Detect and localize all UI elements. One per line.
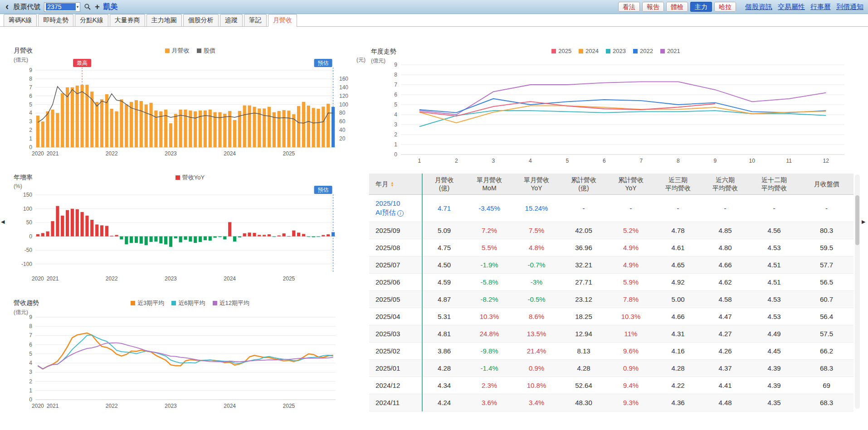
table-row-2025/07[interactable]: 2025/074.50-1.9%-0.7%32.214.9%4.654.664.… xyxy=(369,256,853,274)
cell-value: -3.45% xyxy=(466,195,513,222)
stock-code-input[interactable]: 2375 ▾ xyxy=(44,2,80,12)
cell-value: 4.62 xyxy=(702,274,749,291)
cell-value: 4.26 xyxy=(702,343,749,360)
tab-追蹤[interactable]: 追蹤 xyxy=(220,14,243,26)
cell-value: 4.9% xyxy=(607,256,654,274)
cell-value: 4.92 xyxy=(654,274,702,291)
table-row-2025/05[interactable]: 2025/054.87-8.2%-0.5%23.127.8%5.004.584.… xyxy=(369,291,853,308)
column-header-年月[interactable]: 年月▲▼ xyxy=(369,174,422,195)
table-row-2025/06[interactable]: 2025/064.59-5.8%-3%27.715.9%4.924.624.51… xyxy=(369,274,853,291)
cell-value: 4.45 xyxy=(749,343,800,360)
svg-text:0: 0 xyxy=(29,396,32,403)
table-scrollbar[interactable] xyxy=(855,174,860,409)
cell-value: 57.5 xyxy=(800,325,853,343)
company-name-link[interactable]: 凱美 xyxy=(103,2,118,12)
legend-item[interactable]: 近3期平均 xyxy=(131,300,164,306)
table-row-2025/01[interactable]: 2025/014.28-1.4%0.9%4.280.9%4.284.374.39… xyxy=(369,360,853,377)
cell-year-month: 2024/12 xyxy=(369,377,422,394)
add-icon[interactable]: + xyxy=(95,3,100,11)
right-column: 年度走勢 20252024202320222021 (億元) 012345678… xyxy=(369,27,863,419)
legend-item[interactable]: 近12期平均 xyxy=(213,300,249,306)
topbar: ‹ 股票代號 2375 ▾ + 凱美 看法報告體檢主力哈拉 個股資訊交易屬性行事… xyxy=(0,0,868,14)
table-row-2025/02[interactable]: 2025/023.86-9.8%21.4%8.139.6%4.164.264.4… xyxy=(369,343,853,360)
table-scrollbar-thumb[interactable] xyxy=(855,195,859,245)
cell-value: 4.28 xyxy=(422,360,466,377)
topbar-link-到價通知[interactable]: 到價通知 xyxy=(836,3,863,10)
cell-value: 5.00 xyxy=(654,291,702,308)
svg-text:預估: 預估 xyxy=(318,187,329,193)
table-row-2024/11[interactable]: 2024/114.243.6%3.4%48.309.3%4.364.484.35… xyxy=(369,394,853,411)
svg-text:150: 150 xyxy=(23,192,32,198)
cell-value: -9.8% xyxy=(466,343,513,360)
legend-item[interactable]: 營收YoY xyxy=(176,174,205,181)
cell-value: 4.36 xyxy=(654,394,702,411)
table-row-2024/12[interactable]: 2024/124.342.3%10.8%52.649.4%4.224.414.3… xyxy=(369,377,853,394)
topbar-button-看法[interactable]: 看法 xyxy=(618,2,640,12)
info-icon[interactable]: i xyxy=(397,210,404,217)
tab-分點K線[interactable]: 分點K線 xyxy=(75,14,108,26)
topbar-button-體檢[interactable]: 體檢 xyxy=(666,2,688,12)
cell-value: 4.51 xyxy=(749,256,800,274)
tab-大量券商[interactable]: 大量券商 xyxy=(110,14,145,26)
search-icon[interactable] xyxy=(84,3,91,10)
svg-text:2023: 2023 xyxy=(165,403,177,409)
tab-個股分析[interactable]: 個股分析 xyxy=(183,14,219,26)
collapse-left-handle[interactable]: ◀ xyxy=(1,219,5,224)
svg-text:8: 8 xyxy=(677,158,680,164)
cell-value: 3.4% xyxy=(513,394,560,411)
svg-text:1: 1 xyxy=(29,387,32,394)
tab-月營收[interactable]: 月營收 xyxy=(268,14,297,27)
legend-item[interactable]: 2023 xyxy=(606,48,626,54)
legend-item[interactable]: 2022 xyxy=(633,48,653,54)
cell-year-month: 2025/02 xyxy=(369,343,422,360)
sort-icon[interactable]: ▲▼ xyxy=(390,182,394,187)
table-row-2025/08[interactable]: 2025/084.755.5%4.8%36.964.9%4.614.804.53… xyxy=(369,239,853,256)
svg-text:80: 80 xyxy=(339,110,346,116)
svg-text:3: 3 xyxy=(29,369,32,375)
topbar-button-哈拉[interactable]: 哈拉 xyxy=(714,2,736,12)
cell-year-month: 2025/09 xyxy=(369,222,422,239)
cell-value: - xyxy=(560,195,607,222)
legend-item[interactable]: 股價 xyxy=(197,47,215,54)
cell-value: 9.6% xyxy=(607,343,654,360)
table-row-2025/03[interactable]: 2025/034.8124.8%13.5%12.9411%4.314.274.4… xyxy=(369,325,853,343)
legend-item[interactable]: 2024 xyxy=(579,48,599,54)
table-row-2025/10[interactable]: 2025/10AI預估i4.71-3.45%15.24%------ xyxy=(369,195,853,222)
svg-text:7: 7 xyxy=(29,84,32,91)
svg-text:2: 2 xyxy=(29,378,32,385)
cell-value: 42.05 xyxy=(560,222,607,239)
legend-swatch xyxy=(579,49,583,53)
cell-value: -0.5% xyxy=(513,291,560,308)
topbar-link-交易屬性[interactable]: 交易屬性 xyxy=(778,3,805,10)
dropdown-caret-icon[interactable]: ▾ xyxy=(77,5,79,9)
cell-value: -1.9% xyxy=(466,256,513,274)
tab-筆記[interactable]: 筆記 xyxy=(244,14,267,26)
legend-item[interactable]: 2025 xyxy=(551,48,571,54)
legend-swatch xyxy=(213,301,217,305)
tab-主力地圖[interactable]: 主力地圖 xyxy=(146,14,182,26)
column-header-月營收: 月營收(億) xyxy=(422,174,466,195)
topbar-link-行事曆[interactable]: 行事曆 xyxy=(810,3,831,10)
svg-text:6: 6 xyxy=(603,158,606,164)
tab-即時走勢[interactable]: 即時走勢 xyxy=(38,14,73,26)
svg-text:5: 5 xyxy=(566,158,569,164)
topbar-buttons: 看法報告體檢主力哈拉 xyxy=(616,3,736,11)
topbar-button-報告[interactable]: 報告 xyxy=(642,2,664,12)
back-icon[interactable]: ‹ xyxy=(5,2,10,12)
cell-value: 4.28 xyxy=(560,360,607,377)
legend-item[interactable]: 2021 xyxy=(660,48,680,54)
cell-value: 4.56 xyxy=(749,222,800,239)
stock-code-label: 股票代號 xyxy=(13,3,40,11)
legend-item[interactable]: 近6期平均 xyxy=(171,300,205,306)
collapse-right-handle[interactable]: ▶ xyxy=(862,219,865,224)
cell-year-month: 2025/10AI預估i xyxy=(369,195,422,222)
tab-籌碼K線[interactable]: 籌碼K線 xyxy=(4,14,37,26)
topbar-button-主力[interactable]: 主力 xyxy=(690,2,712,12)
legend-item[interactable]: 月營收 xyxy=(165,47,190,54)
cell-value: 0.9% xyxy=(513,360,560,377)
topbar-link-個股資訊[interactable]: 個股資訊 xyxy=(745,3,772,10)
table-row-2025/09[interactable]: 2025/095.097.2%7.5%42.055.2%4.784.854.56… xyxy=(369,222,853,239)
monthly-revenue-chart: 月營收 月營收股價 (億元) (元) 012345678920406080100… xyxy=(12,45,368,165)
table-row-2025/04[interactable]: 2025/045.3110.3%8.6%18.2510.3%4.664.474.… xyxy=(369,308,853,325)
legend-swatch xyxy=(176,175,180,180)
